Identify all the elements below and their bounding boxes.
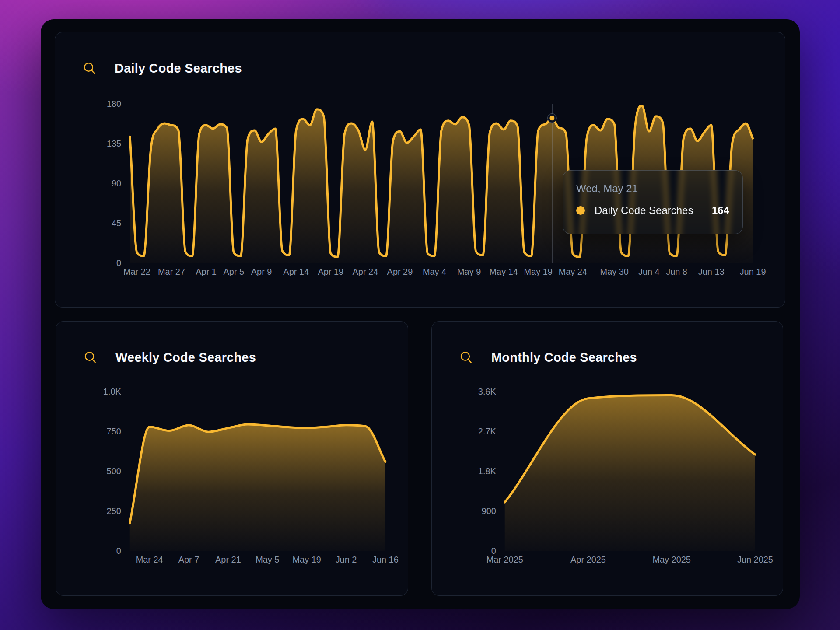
x-tick-label: May 24 (559, 267, 587, 276)
x-tick-label: May 2025 (652, 555, 691, 564)
tooltip-value: 164 (712, 204, 729, 217)
x-tick-label: May 19 (524, 267, 553, 276)
y-tick-label: 0 (491, 546, 496, 556)
x-tick-label: May 9 (457, 267, 481, 276)
search-icon (84, 351, 97, 364)
x-tick-label: Mar 2025 (486, 555, 523, 564)
x-tick-label: Apr 9 (251, 267, 272, 276)
y-tick-label: 3.6K (478, 387, 497, 396)
y-tick-label: 90 (112, 178, 121, 188)
y-tick-label: 1.8K (478, 466, 497, 476)
x-tick-label: May 5 (256, 555, 279, 564)
monthly-area-fill (505, 396, 755, 551)
y-tick-label: 1.0K (103, 387, 122, 396)
x-tick-label: May 4 (423, 267, 446, 276)
weekly-searches-card: Weekly Code Searches 02505007501.0KMar 2… (56, 321, 408, 596)
x-tick-label: Mar 22 (123, 267, 150, 276)
x-tick-label: May 19 (292, 555, 321, 564)
monthly-searches-card: Monthly Code Searches 09001.8K2.7K3.6KMa… (431, 321, 783, 596)
x-tick-label: Apr 19 (318, 267, 343, 276)
y-tick-label: 180 (107, 99, 121, 108)
x-tick-label: Mar 27 (158, 267, 185, 276)
y-tick-label: 45 (112, 218, 121, 228)
x-tick-label: Mar 24 (136, 555, 163, 564)
x-tick-label: Apr 14 (283, 267, 309, 276)
x-tick-label: Apr 1 (196, 267, 217, 276)
x-tick-label: Jun 13 (698, 267, 724, 276)
x-tick-label: Apr 21 (215, 555, 241, 564)
y-tick-label: 900 (482, 506, 496, 516)
dashboard-window: Daily Code Searches 04590135180Mar 22Mar… (41, 19, 800, 609)
x-tick-label: Apr 2025 (570, 555, 606, 564)
x-tick-label: Jun 2025 (737, 555, 773, 564)
chart-tooltip: Wed, May 21 Daily Code Searches 164 (563, 170, 743, 234)
x-tick-label: Apr 7 (178, 555, 200, 564)
y-tick-label: 500 (107, 466, 121, 476)
y-tick-label: 250 (107, 506, 121, 516)
tooltip-series-label: Daily Code Searches (595, 204, 693, 217)
x-tick-label: Apr 29 (387, 267, 413, 276)
x-tick-label: Jun 16 (372, 555, 399, 564)
search-icon (83, 62, 96, 75)
x-tick-label: Jun 2 (336, 555, 357, 564)
y-tick-label: 135 (107, 139, 121, 148)
weekly-area-fill (130, 424, 385, 551)
x-tick-label: Jun 8 (666, 267, 687, 276)
card-title: Daily Code Searches (115, 60, 242, 76)
daily-searches-card: Daily Code Searches 04590135180Mar 22Mar… (55, 32, 785, 308)
y-tick-label: 750 (107, 427, 121, 436)
x-tick-label: Jun 4 (638, 267, 660, 276)
y-tick-label: 2.7K (478, 427, 497, 436)
card-title: Monthly Code Searches (491, 350, 637, 365)
y-tick-label: 0 (116, 258, 121, 268)
card-header: Monthly Code Searches (460, 350, 637, 365)
card-title: Weekly Code Searches (116, 350, 256, 365)
series-dot-icon (576, 206, 585, 215)
tooltip-row: Daily Code Searches 164 (576, 204, 729, 217)
highlight-dot (550, 116, 554, 120)
x-tick-label: Apr 5 (224, 267, 245, 276)
x-tick-label: May 30 (600, 267, 629, 276)
x-tick-label: Jun 19 (740, 267, 766, 276)
x-tick-label: Apr 24 (353, 267, 378, 276)
x-tick-label: May 14 (490, 267, 518, 276)
card-header: Daily Code Searches (83, 60, 242, 76)
card-header: Weekly Code Searches (84, 350, 256, 365)
tooltip-date: Wed, May 21 (576, 182, 729, 195)
search-icon (460, 351, 473, 364)
y-tick-label: 0 (116, 546, 121, 556)
